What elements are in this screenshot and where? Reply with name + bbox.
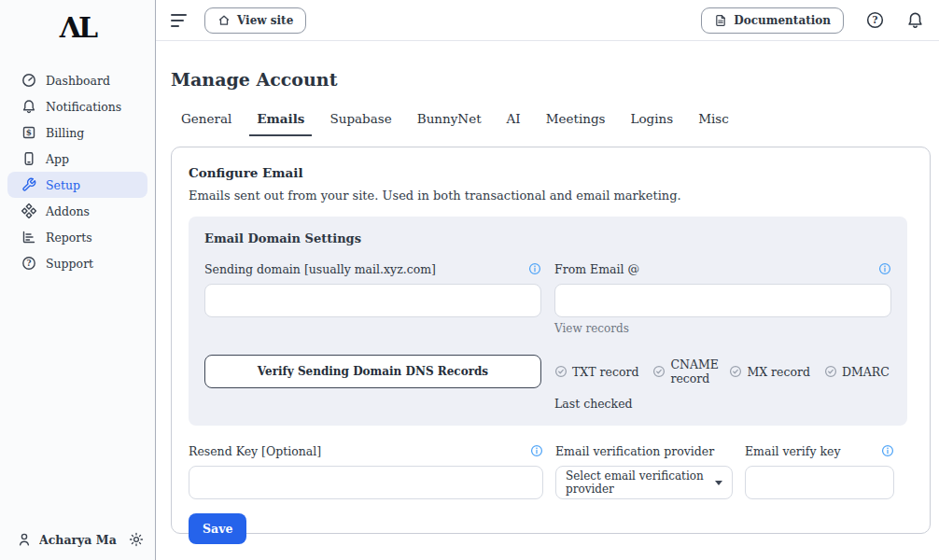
sidebar-item-reports[interactable]: Reports — [7, 224, 147, 250]
tab-general[interactable]: General — [181, 111, 231, 136]
sidebar-item-notifications[interactable]: Notifications — [7, 93, 147, 119]
sidebar-item-label: Notifications — [46, 100, 121, 114]
dmarc-record-status: DMARC — [824, 365, 890, 379]
dns-record-statuses: TXT record CNAME record — [554, 355, 891, 388]
tab-bar: General Emails Supabase BunnyNet AI Meet… — [181, 111, 939, 136]
status-label: CNAME record — [670, 357, 715, 385]
status-label: MX record — [747, 365, 810, 379]
configure-email-card: Configure Email Emails sent out from you… — [171, 147, 931, 534]
resend-key-input[interactable] — [189, 466, 543, 499]
provider-select[interactable]: Select email verification provider — [555, 466, 733, 499]
check-circle-icon — [729, 365, 742, 378]
sidebar-item-billing[interactable]: $ Billing — [7, 119, 147, 146]
bell-icon — [21, 99, 36, 114]
tab-bunnynet[interactable]: BunnyNet — [417, 111, 482, 136]
theme-toggle-sun-icon[interactable] — [129, 532, 144, 547]
sidebar-item-support[interactable]: ? Support — [7, 250, 147, 276]
page-title: Manage Account — [171, 69, 939, 90]
chevron-down-icon — [715, 481, 722, 485]
save-button[interactable]: Save — [189, 513, 246, 544]
status-label: TXT record — [572, 365, 638, 379]
email-verify-key-field: Email verify key — [745, 443, 894, 499]
user-icon — [17, 532, 32, 547]
dns-status-column: TXT record CNAME record — [554, 355, 891, 411]
report-icon — [21, 230, 36, 245]
verify-dns-column: Verify Sending Domain DNS Records — [204, 355, 541, 411]
mx-record-status: MX record — [729, 365, 810, 379]
provider-label: Email verification provider — [555, 444, 714, 458]
sending-domain-label: Sending domain [usually mail.xyz.com] — [204, 262, 436, 276]
tab-misc[interactable]: Misc — [698, 111, 729, 136]
tab-meetings[interactable]: Meetings — [546, 111, 606, 136]
cname-record-status: CNAME record — [652, 357, 715, 385]
app-logo: ΛL — [0, 0, 155, 44]
app-window: ΛL Dashboard Notifications $ Billing — [0, 0, 939, 560]
email-verification-provider-field: Email verification provider Select email… — [555, 443, 733, 499]
sidebar-item-dashboard[interactable]: Dashboard — [7, 67, 147, 93]
tab-emails[interactable]: Emails — [249, 111, 312, 136]
svg-text:?: ? — [27, 259, 32, 268]
sidebar-item-label: Setup — [46, 178, 80, 192]
view-records-link[interactable]: View records — [554, 322, 891, 335]
help-icon: ? — [21, 256, 36, 271]
wrench-icon — [21, 177, 36, 192]
view-site-label: View site — [237, 14, 293, 27]
card-title: Configure Email — [189, 165, 907, 180]
sidebar-item-app[interactable]: App — [7, 146, 147, 172]
tab-logins[interactable]: Logins — [630, 111, 673, 136]
sidebar-item-label: App — [46, 152, 69, 166]
sidebar: ΛL Dashboard Notifications $ Billing — [0, 0, 156, 560]
resend-key-label: Resend Key [Optional] — [189, 444, 321, 458]
documentation-label: Documentation — [734, 14, 831, 27]
view-site-button[interactable]: View site — [204, 7, 306, 34]
sidebar-item-addons[interactable]: Addons — [7, 198, 147, 224]
txt-record-status: TXT record — [554, 365, 638, 379]
sending-domain-field: Sending domain [usually mail.xyz.com] — [204, 261, 541, 335]
info-icon[interactable] — [881, 444, 894, 457]
sidebar-item-label: Addons — [46, 204, 90, 218]
from-email-field: From Email @ View records — [554, 261, 891, 335]
sending-domain-input[interactable] — [204, 284, 541, 317]
sidebar-item-setup[interactable]: Setup — [7, 172, 147, 198]
check-circle-icon — [824, 365, 837, 378]
document-icon — [714, 14, 727, 27]
main-content: Manage Account General Emails Supabase B… — [156, 41, 939, 560]
panel-title: Email Domain Settings — [204, 231, 891, 245]
check-circle-icon — [554, 365, 568, 378]
help-circle-icon[interactable]: ? — [866, 11, 884, 29]
email-domain-settings-panel: Email Domain Settings Sending domain [us… — [189, 217, 907, 426]
provider-selected-value: Select email verification provider — [566, 469, 708, 496]
gauge-icon — [21, 73, 36, 88]
verify-key-input[interactable] — [745, 466, 894, 499]
status-label: DMARC — [842, 365, 890, 379]
info-icon[interactable] — [530, 444, 543, 457]
tab-ai[interactable]: AI — [507, 111, 521, 136]
sidebar-nav: Dashboard Notifications $ Billing App — [7, 67, 147, 276]
notifications-bell-icon[interactable] — [906, 11, 924, 29]
verify-key-label: Email verify key — [745, 444, 841, 458]
info-icon[interactable] — [528, 262, 541, 275]
card-description: Emails sent out from your site. Used in … — [189, 189, 907, 203]
last-checked-label: Last checked — [554, 397, 891, 411]
sidebar-item-label: Reports — [46, 231, 92, 245]
svg-text:$: $ — [26, 128, 32, 137]
billing-icon: $ — [21, 125, 36, 140]
sidebar-user-row[interactable]: Acharya Ma — [17, 532, 144, 547]
sidebar-item-label: Dashboard — [46, 74, 110, 88]
documentation-button[interactable]: Documentation — [701, 7, 844, 34]
check-circle-icon — [652, 365, 666, 378]
home-icon — [217, 14, 231, 27]
addons-icon — [21, 203, 36, 218]
info-icon[interactable] — [878, 262, 891, 275]
phone-icon — [21, 151, 36, 166]
user-name: Acharya Ma — [39, 533, 121, 547]
from-email-input[interactable] — [554, 284, 891, 317]
collapse-menu-icon[interactable] — [171, 14, 188, 27]
resend-key-field: Resend Key [Optional] — [189, 443, 543, 499]
tab-supabase[interactable]: Supabase — [329, 111, 391, 136]
svg-text:?: ? — [873, 15, 878, 25]
sidebar-item-label: Billing — [46, 126, 84, 140]
from-email-label: From Email @ — [554, 262, 639, 276]
topbar: View site Documentation ? — [156, 0, 939, 41]
verify-dns-button[interactable]: Verify Sending Domain DNS Records — [204, 355, 541, 388]
